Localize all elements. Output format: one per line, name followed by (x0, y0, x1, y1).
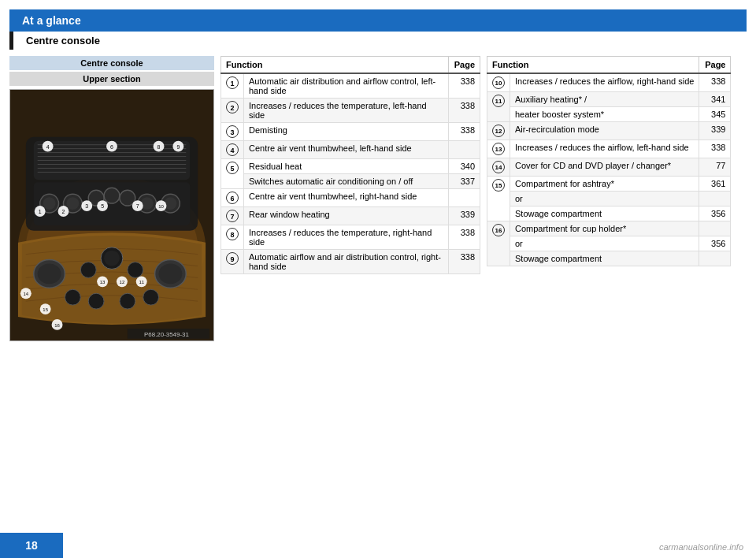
svg-text:13: 13 (100, 280, 106, 285)
row-text: Increases / reduces the airflow, right-h… (510, 73, 699, 92)
table-row continuation: or (487, 192, 731, 206)
row-num: 5 (221, 159, 244, 189)
row-page (449, 141, 480, 159)
right-function-table: Function Page 10 Increases / reduces the… (487, 56, 731, 266)
svg-point-15 (43, 197, 56, 210)
header-title: At a glance (9, 9, 747, 32)
table-row: 11 Auxiliary heating* / 341 (487, 92, 731, 107)
svg-point-26 (104, 251, 120, 266)
row-text: Auxiliary heating* / (510, 92, 699, 107)
table-row: 14 Cover for CD and DVD player / changer… (487, 158, 731, 177)
right-page-header: Page (699, 57, 731, 74)
table-row continuation: Switches automatic air conditioning on /… (221, 174, 480, 189)
table-row: 16 Compartment for cup holder* (487, 221, 731, 236)
row-text: Demisting (244, 123, 449, 141)
svg-text:8: 8 (158, 144, 161, 150)
table-row continuation: Stowage compartment 356 (487, 206, 731, 221)
row-num: 2 (221, 99, 244, 123)
row-num: 4 (221, 141, 244, 159)
left-panel: Centre console Upper section (9, 56, 214, 341)
row-page (699, 221, 731, 236)
row-text: Centre air vent thumbwheel, left-hand si… (244, 141, 449, 159)
row-page: 338 (449, 99, 480, 123)
svg-point-35 (120, 293, 135, 309)
table-row: 5 Residual heat 340 (221, 159, 480, 174)
table-row: 7 Rear window heating 339 (221, 207, 480, 225)
row-text: Compartment for ashtray* (510, 177, 699, 192)
svg-text:14: 14 (24, 292, 29, 296)
watermark: carmanualsonline.info (659, 542, 743, 552)
svg-text:1: 1 (39, 209, 42, 214)
row-page-cont: 337 (449, 174, 480, 189)
table-row continuation: heater booster system* 345 (487, 107, 731, 122)
row-num: 3 (221, 123, 244, 141)
row-text: Increases / reduces the temperature, rig… (244, 225, 449, 250)
svg-point-19 (104, 188, 120, 203)
row-text: Air-recirculation mode (510, 122, 699, 140)
row-page: 77 (699, 158, 731, 177)
car-console-image: 1 2 3 4 5 6 7 8 (9, 89, 214, 341)
svg-point-17 (66, 197, 79, 210)
section-label: Centre console (9, 56, 214, 70)
row-page: 339 (699, 122, 731, 140)
row-num: 6 (221, 189, 244, 207)
table-row: 12 Air-recirculation mode 339 (487, 122, 731, 140)
row-page: 338 (449, 73, 480, 99)
left-table-container: Function Page 1 Automatic air distributi… (220, 56, 480, 341)
row-text: Cover for CD and DVD player / changer* (510, 158, 699, 177)
row-num: 1 (221, 73, 244, 99)
svg-text:4: 4 (46, 144, 50, 150)
svg-point-28 (128, 262, 143, 278)
left-function-header: Function (221, 57, 449, 74)
row-page: 338 (449, 250, 480, 274)
svg-point-30 (38, 264, 61, 285)
svg-text:16: 16 (54, 323, 60, 328)
svg-text:7: 7 (136, 203, 139, 209)
row-num: 7 (221, 207, 244, 225)
row-page (449, 189, 480, 207)
row-text: Centre air vent thumbwheel, right-hand s… (244, 189, 449, 207)
table-row continuation: or 356 (487, 236, 731, 251)
svg-point-27 (80, 262, 96, 278)
row-page: 361 (699, 177, 731, 192)
row-text-cont: Switches automatic air conditioning on /… (244, 174, 449, 189)
table-row: 6 Centre air vent thumbwheel, right-hand… (221, 189, 480, 207)
svg-point-34 (88, 293, 104, 309)
table-row: 15 Compartment for ashtray* 361 (487, 177, 731, 192)
row-page: 339 (449, 207, 480, 225)
left-page-header: Page (449, 57, 480, 74)
row-num: 9 (221, 250, 244, 274)
row-text-cont: or (510, 192, 699, 206)
row-page: 338 (449, 123, 480, 141)
row-num: 13 (487, 140, 510, 158)
upper-section-label: Upper section (9, 72, 214, 86)
svg-text:5: 5 (101, 203, 104, 209)
table-row: 13 Increases / reduces the airflow, left… (487, 140, 731, 158)
row-page-cont (699, 192, 731, 206)
row-num: 15 (487, 177, 510, 221)
row-num: 16 (487, 221, 510, 266)
row-text: Compartment for cup holder* (510, 221, 699, 236)
table-row: 1 Automatic air distribution and airflow… (221, 73, 480, 99)
row-text: Increases / reduces the airflow, left-ha… (510, 140, 699, 158)
row-page-cont: 345 (699, 107, 731, 122)
row-text-cont: Stowage compartment (510, 206, 699, 221)
table-row: 2 Increases / reduces the temperature, l… (221, 99, 480, 123)
svg-point-36 (143, 289, 159, 305)
svg-text:11: 11 (139, 280, 144, 285)
page-number: 18 (0, 533, 63, 558)
svg-text:12: 12 (120, 280, 125, 285)
row-page: 338 (699, 73, 731, 92)
table-row continuation: Stowage compartment (487, 251, 731, 266)
row-page-cont (699, 251, 731, 266)
table-row: 10 Increases / reduces the airflow, righ… (487, 73, 731, 92)
row-num: 11 (487, 92, 510, 122)
row-text: Rear window heating (244, 207, 449, 225)
row-text: Automatic air distribution and airflow c… (244, 73, 449, 99)
row-num: 8 (221, 225, 244, 250)
row-page: 340 (449, 159, 480, 174)
right-table-container: Function Page 10 Increases / reduces the… (487, 56, 747, 341)
left-function-table: Function Page 1 Automatic air distributi… (220, 56, 480, 274)
row-page: 341 (699, 92, 731, 107)
svg-text:3: 3 (85, 203, 88, 209)
